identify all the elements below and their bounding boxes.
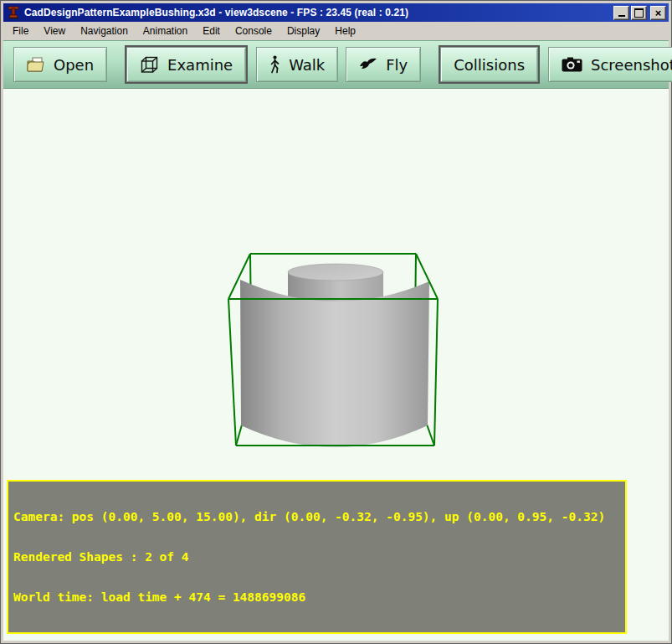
menu-help[interactable]: Help [327,23,363,39]
examine-button[interactable]: Examine [126,47,246,82]
maximize-button[interactable] [631,6,647,20]
view3dscene-app-icon [7,6,20,19]
menu-bar: File View Navigation Animation Edit Cons… [3,22,669,40]
maximize-icon [634,8,644,18]
minimize-button[interactable] [613,6,629,20]
folder-open-icon [27,57,45,73]
walk-button-label: Walk [289,56,325,74]
outer-cylinder [240,280,429,447]
walking-person-icon [269,55,280,74]
toolbar: Open Examine Wa [3,40,669,89]
menu-view[interactable]: View [36,23,73,39]
minimize-icon [618,15,625,17]
collisions-button[interactable]: Collisions [440,47,538,82]
menu-edit[interactable]: Edit [195,23,228,39]
menu-file[interactable]: File [5,23,36,39]
camera-icon [562,57,582,72]
menu-navigation[interactable]: Navigation [73,23,136,39]
menu-display[interactable]: Display [280,23,327,39]
open-button[interactable]: Open [13,47,107,82]
window-title: CadDesignPatternExampleBushing.x3d - vie… [24,7,612,18]
walk-button[interactable]: Walk [256,47,338,82]
status-shapes-line: Rendered Shapes : 2 of 4 [13,550,620,564]
status-worldtime-line: World time: load time + 474 = 1488699086 [13,590,620,604]
screenshot-button-label: Screenshot [591,56,672,74]
bird-icon [359,58,377,71]
close-icon: × [655,8,662,18]
fly-button[interactable]: Fly [346,47,421,82]
close-button[interactable]: × [650,6,666,20]
cube-wireframe-icon [140,55,159,75]
app-window: CadDesignPatternExampleBushing.x3d - vie… [0,0,672,644]
menu-animation[interactable]: Animation [136,23,195,39]
examine-button-label: Examine [167,56,233,74]
viewport-3d[interactable]: Camera: pos (0.00, 5.00, 15.00), dir (0.… [3,89,669,641]
open-button-label: Open [54,56,94,74]
screenshot-button[interactable]: Screenshot [548,47,672,82]
fly-button-label: Fly [386,56,408,74]
status-overlay: Camera: pos (0.00, 5.00, 15.00), dir (0.… [7,480,627,634]
collisions-button-label: Collisions [454,56,525,74]
menu-console[interactable]: Console [228,23,280,39]
status-camera-line: Camera: pos (0.00, 5.00, 15.00), dir (0.… [13,510,620,523]
title-bar[interactable]: CadDesignPatternExampleBushing.x3d - vie… [3,3,669,22]
